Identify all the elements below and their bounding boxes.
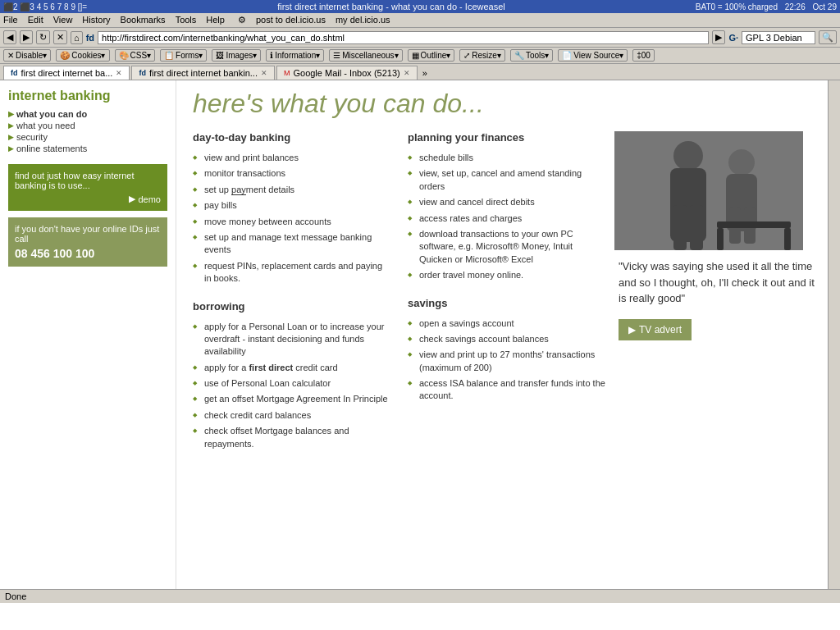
nav-arrow-icon-2: ▶ [8, 121, 14, 130]
list-item: check credit card balances [193, 408, 391, 423]
ext-images[interactable]: 🖼Images▾ [212, 49, 261, 62]
sidebar-item-what-you-can-do[interactable]: ▶ what you can do [8, 108, 167, 120]
tab-bar: fd first direct internet ba... ✕ fd firs… [0, 64, 840, 80]
list-item: order travel money online. [408, 267, 606, 283]
ext-forms[interactable]: 📋Forms▾ [160, 49, 207, 62]
list-item: get an offset Mortgage Agreement In Prin… [193, 391, 391, 407]
svg-rect-4 [673, 205, 687, 250]
borrowing-section: borrowing apply for a Personal Loan or t… [193, 300, 391, 453]
list-item: check offset Mortgage balances and repay… [193, 423, 391, 452]
hero-image [614, 131, 803, 250]
sidebar-promo: find out just how easy internet banking … [8, 164, 167, 211]
ext-miscellaneous[interactable]: ☰Miscellaneous▾ [329, 49, 402, 62]
ext-outline[interactable]: ▦Outline▾ [408, 49, 455, 62]
tab-2[interactable]: fd first direct internet bankin... ✕ [131, 66, 275, 80]
search-go-button[interactable]: 🔍 [819, 30, 837, 44]
home-button[interactable]: ⌂ [71, 31, 83, 44]
menubar: File Edit View History Bookmarks Tools H… [0, 13, 840, 28]
ext-extra[interactable]: ‡00 [632, 49, 655, 62]
menu-history[interactable]: History [82, 15, 110, 25]
search-input[interactable] [742, 31, 815, 44]
menu-edit[interactable]: Edit [28, 15, 43, 25]
reload-button[interactable]: ↻ [36, 30, 50, 44]
search-bar: G· 🔍 [728, 30, 837, 44]
image-placeholder [614, 131, 803, 250]
planning-heading: planning your finances [408, 131, 606, 144]
tab-1[interactable]: fd first direct internet ba... ✕ [3, 66, 130, 80]
menu-file[interactable]: File [3, 15, 18, 25]
tab-scroll-right[interactable]: » [419, 66, 431, 80]
x-icon: ✕ [7, 51, 14, 60]
tab-3[interactable]: M Google Mail - Inbox (5213) ✕ [276, 66, 418, 80]
menu-gear-icon: ⚙ [238, 15, 246, 25]
menu-help[interactable]: Help [206, 15, 225, 25]
sidebar-nav: ▶ what you can do ▶ what you need ▶ secu… [8, 108, 167, 154]
statusbar: Done [0, 589, 840, 603]
tab-close-2[interactable]: ✕ [261, 69, 267, 77]
list-item: pay bills [193, 198, 391, 213]
demo-label: demo [138, 194, 161, 204]
nav-arrow-icon-4: ▶ [8, 144, 14, 153]
tools-icon: 🔧 [514, 51, 524, 60]
list-item: set up and manage text message banking e… [193, 230, 391, 258]
day-to-day-section: day-to-day banking view and print balanc… [193, 131, 391, 287]
forms-icon: 📋 [164, 51, 174, 60]
ext-disable[interactable]: ✕Disable▾ [3, 49, 51, 62]
list-item: set up payment details [193, 182, 391, 198]
list-item: move money between accounts [193, 214, 391, 230]
address-go-button[interactable]: ▶ [712, 30, 725, 44]
day-to-day-heading: day-to-day banking [193, 131, 391, 144]
ext-css[interactable]: 🎨CSS▾ [115, 49, 156, 62]
address-input[interactable] [98, 31, 709, 44]
page-heading: here's what you can do... [193, 89, 811, 119]
svg-rect-11 [717, 228, 724, 250]
sidebar: internet banking ▶ what you can do ▶ wha… [0, 80, 176, 589]
menu-my-delicious[interactable]: my del.icio.us [336, 15, 390, 25]
page-header: here's what you can do... [176, 80, 828, 131]
menu-bookmarks[interactable]: Bookmarks [121, 15, 166, 25]
titlebar-status: BAT0 = 100% charged 22:26 Oct 29 [696, 2, 837, 11]
tab-close-1[interactable]: ✕ [116, 69, 122, 77]
menu-view[interactable]: View [53, 15, 73, 25]
svg-point-6 [728, 149, 755, 176]
tv-advert-button[interactable]: ▶ TV advert [619, 319, 692, 340]
scrollbar[interactable] [828, 80, 840, 589]
outline-icon: ▦ [412, 51, 419, 60]
tab-label-2: first direct internet bankin... [149, 68, 258, 78]
list-item: access rates and charges [408, 211, 606, 226]
ext-tools[interactable]: 🔧Tools▾ [510, 49, 553, 62]
sidebar-item-what-you-need[interactable]: ▶ what you need [8, 120, 167, 131]
demo-link[interactable]: ▶ demo [15, 194, 161, 204]
stop-button[interactable]: ✕ [53, 30, 67, 44]
menu-tools[interactable]: Tools [176, 15, 197, 25]
ext-information[interactable]: ℹInformation▾ [266, 49, 324, 62]
ext-cookies[interactable]: 🍪Cookies▾ [56, 49, 109, 62]
tab-label-1: first direct internet ba... [21, 68, 113, 78]
list-item: view, set up, cancel and amend standing … [408, 166, 606, 194]
list-item: check savings account balances [408, 331, 606, 347]
sidebar-item-online-statements[interactable]: ▶ online statements [8, 143, 167, 154]
list-item: monitor transactions [193, 166, 391, 181]
back-button[interactable]: ◀ [3, 30, 16, 44]
quote-text: "Vicky was saying she used it all the ti… [614, 250, 819, 315]
sidebar-item-label: what you can do [16, 109, 87, 119]
css-icon: 🎨 [119, 51, 129, 60]
sidebar-call: if you don't have your online IDs just c… [8, 217, 167, 267]
forward-button[interactable]: ▶ [20, 30, 33, 44]
ext-view-source[interactable]: 📄View Source▾ [558, 49, 628, 62]
left-col: day-to-day banking view and print balanc… [185, 131, 399, 473]
list-item: open a savings account [408, 316, 606, 331]
planning-section: planning your finances schedule bills vi… [408, 131, 606, 284]
middle-col: planning your finances schedule bills vi… [399, 131, 614, 473]
savings-heading: savings [408, 297, 606, 309]
sidebar-item-label-4: online statements [16, 144, 87, 153]
content-grid: day-to-day banking view and print balanc… [176, 131, 828, 473]
tab-close-3[interactable]: ✕ [404, 69, 410, 77]
menu-post-delicious[interactable]: post to del.icio.us [256, 15, 326, 25]
ext-resize[interactable]: ⤢Resize▾ [459, 49, 505, 62]
view-source-icon: 📄 [562, 51, 572, 60]
list-item: request PINs, replacement cards and payi… [193, 258, 391, 287]
sidebar-item-security[interactable]: ▶ security [8, 131, 167, 143]
list-item: access ISA balance and transfer funds in… [408, 376, 606, 404]
images-icon: 🖼 [216, 51, 224, 60]
